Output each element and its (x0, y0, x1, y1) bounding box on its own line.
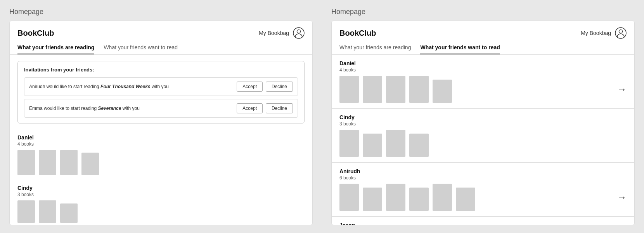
right-friend-name-cindy: Cindy (339, 114, 627, 120)
book-thumb (433, 184, 452, 211)
svg-point-3 (619, 30, 623, 33)
book-thumb (363, 188, 382, 211)
book-thumb (81, 153, 99, 175)
book-thumb (386, 76, 405, 103)
right-header: BookClub My Bookbag (332, 21, 634, 39)
invitation-actions-0: Accept Decline (237, 82, 293, 92)
right-app-card: BookClub My Bookbag What your friends ar… (331, 21, 635, 225)
right-my-bookbag: My Bookbag (581, 30, 611, 36)
right-app-title: BookClub (339, 29, 376, 38)
decline-button-0[interactable]: Decline (266, 82, 293, 92)
book-thumb (339, 184, 359, 211)
decline-button-1[interactable]: Decline (266, 103, 293, 113)
invitation-text-1: Emma would like to start reading Severan… (29, 106, 140, 111)
accept-button-1[interactable]: Accept (237, 103, 263, 113)
book-thumb (339, 130, 359, 157)
right-friend-name-daniel: Daniel (339, 60, 627, 66)
anirudh-arrow-button[interactable]: → (617, 192, 627, 203)
homepage-label-right: Homepage (331, 8, 635, 16)
right-tab-want[interactable]: What your friends want to read (420, 44, 500, 54)
left-tabs: What your friends are reading What your … (10, 39, 312, 54)
friend-name-daniel: Daniel (17, 134, 305, 141)
invitations-title: Invitations from your friends: (24, 67, 298, 73)
left-tab-want[interactable]: What your friends want to read (104, 44, 178, 54)
book-thumb (339, 76, 359, 103)
daniel-arrow-button[interactable]: → (617, 84, 627, 95)
invitations-box: Invitations from your friends: Anirudh w… (17, 61, 305, 123)
right-books-row-anirudh: → (339, 184, 627, 211)
right-books-row-cindy (339, 130, 627, 157)
left-panel: Homepage BookClub My Bookbag What your f… (0, 0, 322, 233)
invitation-row-0: Anirudh would like to start reading Four… (24, 77, 298, 96)
right-friend-name-anirudh: Anirudh (339, 168, 627, 174)
left-user-icon[interactable] (293, 27, 305, 39)
right-friend-count-daniel: 4 books (339, 67, 627, 73)
right-user-icon[interactable] (615, 27, 627, 39)
right-friend-section-anirudh: Anirudh 6 books → (332, 163, 634, 217)
book-thumb (363, 134, 382, 157)
book-thumb (386, 130, 405, 157)
right-friend-count-anirudh: 6 books (339, 175, 627, 181)
friend-section-cindy: Cindy 3 books (17, 180, 305, 225)
left-header-right: My Bookbag (259, 27, 305, 39)
left-header: BookClub My Bookbag (10, 21, 312, 39)
book-thumb (433, 80, 452, 103)
right-friend-section-jason: Jason 4 books (332, 217, 634, 225)
right-friend-section-daniel: Daniel 4 books → (332, 55, 634, 109)
svg-point-1 (297, 30, 301, 33)
left-app-card: BookClub My Bookbag What your friends ar… (9, 21, 313, 225)
book-thumb (456, 188, 475, 211)
book-thumb (60, 150, 78, 175)
friend-section-daniel: Daniel 4 books (17, 130, 305, 180)
friend-count-cindy: 3 books (17, 192, 305, 197)
book-thumb (386, 184, 405, 211)
right-friend-count-cindy: 3 books (339, 121, 627, 127)
left-my-bookbag: My Bookbag (259, 30, 289, 36)
right-content: Daniel 4 books → Cindy 3 books (332, 55, 634, 225)
book-thumb (409, 188, 429, 211)
right-panel: Homepage BookClub My Bookbag What your f… (322, 0, 644, 233)
left-tab-reading[interactable]: What your friends are reading (17, 44, 94, 54)
right-books-row-daniel: → (339, 76, 627, 103)
book-thumb (39, 200, 56, 223)
homepage-label-left: Homepage (9, 8, 313, 16)
book-thumb (17, 150, 35, 175)
friend-name-cindy: Cindy (17, 185, 305, 191)
right-header-right: My Bookbag (581, 27, 627, 39)
invitation-row-1: Emma would like to start reading Severan… (24, 99, 298, 118)
right-friend-section-cindy: Cindy 3 books (332, 109, 634, 163)
books-row-daniel (17, 150, 305, 175)
book-thumb (60, 203, 78, 223)
books-row-cindy (17, 200, 305, 223)
book-thumb (363, 76, 382, 103)
book-thumb (17, 200, 35, 223)
invitation-text-0: Anirudh would like to start reading Four… (29, 84, 169, 89)
book-thumb (409, 134, 429, 157)
book-thumb (409, 76, 429, 103)
invitation-actions-1: Accept Decline (237, 103, 293, 113)
right-tabs: What your friends are reading What your … (332, 39, 634, 54)
left-content: Invitations from your friends: Anirudh w… (10, 55, 312, 225)
left-app-title: BookClub (17, 29, 54, 38)
friend-count-daniel: 4 books (17, 141, 305, 147)
accept-button-0[interactable]: Accept (237, 82, 263, 92)
right-tab-reading[interactable]: What your friends are reading (339, 44, 411, 54)
book-thumb (39, 150, 56, 175)
right-friend-name-jason: Jason (339, 222, 627, 225)
